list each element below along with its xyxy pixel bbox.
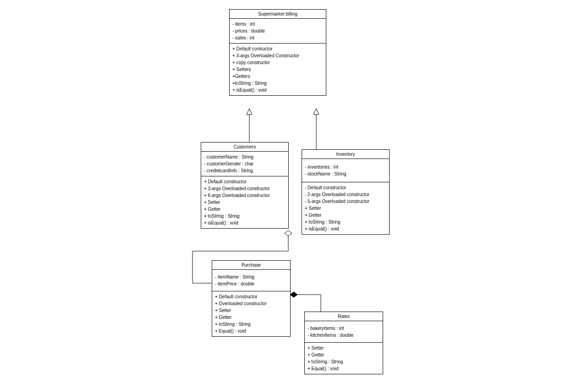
svg-marker-9 (290, 292, 297, 297)
svg-marker-4 (285, 230, 292, 236)
class-attributes: - bakeryItems : int - kitchenItems : dou… (305, 321, 383, 343)
class-op: + Setter (305, 205, 386, 212)
class-inventory: Inventory - inventories : int - stockNam… (302, 149, 390, 235)
generalization-arrow-icon (313, 109, 319, 149)
class-attr: - stockName : String (305, 170, 386, 177)
class-op: + toString : String (305, 219, 386, 225)
generalization-arrow-icon (247, 109, 252, 142)
class-op: - Default constructor (305, 184, 386, 191)
class-operations: + Default contructor + 3-args Overloaded… (230, 44, 326, 95)
class-attributes: - inventories : int - stockName : String (302, 159, 389, 182)
class-operations: - Default constructor - 2-args Overloade… (302, 182, 389, 234)
class-attr: - inventories : int (305, 164, 386, 170)
class-attr: - customerName : String (204, 153, 286, 160)
class-attributes: - itemName : String - itemPrice : double (212, 270, 290, 291)
class-attr: - kitchenItems : double (308, 332, 380, 339)
class-op: + Setter (308, 345, 380, 351)
class-supermarket-billing: Supermarket billing - items : int - pric… (229, 9, 326, 96)
class-op: + copy constructor (232, 59, 323, 66)
class-op: + Default contructor (232, 45, 323, 52)
class-op: + Getter (305, 212, 386, 219)
class-attributes: - customerName : String - customerGender… (201, 152, 288, 176)
class-op: + Default constructor (215, 293, 287, 300)
class-attr: - itemPrice : double (215, 280, 287, 287)
class-op: - 5-args Overloaded constructor (305, 198, 386, 205)
class-op: +Getters (232, 73, 323, 80)
class-attr: - items : int (232, 21, 323, 27)
class-op: + isEqual() : void (232, 87, 323, 93)
class-op: + 3-args Overloaded Constructor (232, 52, 323, 59)
class-purchase: Purchase - itemName : String - itemPrice… (212, 260, 291, 337)
class-op: + toString : String (204, 213, 286, 219)
svg-marker-3 (313, 109, 319, 115)
class-attributes: - items : int - prices : double - sales … (230, 19, 326, 44)
class-title: Rates (305, 312, 383, 321)
class-op: + isEqual() : void (204, 219, 286, 226)
class-op: + Equal() : void (308, 365, 380, 372)
class-title: Customers (201, 142, 288, 152)
class-title: Purchase (212, 261, 290, 270)
class-op: - 2-args Overloaded constructor (305, 191, 386, 198)
class-op: + 6-args Overloaded constructor (204, 192, 286, 199)
class-operations: + Setter + Getter + toString : String + … (305, 343, 383, 374)
class-op: + 3-args Overloaded constructor (204, 185, 286, 192)
class-op: + Setters (232, 66, 323, 73)
class-op: + Getter (308, 351, 380, 358)
class-rates: Rates - bakeryItems : int - kitchenItems… (304, 312, 383, 374)
class-operations: + Default constructor + Overloaded const… (212, 291, 290, 336)
class-op: + isEqual() : void (305, 225, 386, 232)
class-op: + toString : String (215, 321, 287, 328)
class-op: + Setter (215, 307, 287, 314)
composition-connector-icon (290, 292, 321, 312)
svg-marker-1 (247, 109, 252, 115)
class-op: + Getter (215, 314, 287, 321)
class-title: Supermarket billing (230, 10, 326, 19)
class-op: + Default constructor (204, 178, 286, 185)
class-customers: Customers - customerName : String - cust… (201, 142, 289, 229)
class-op: + Overloaded constructor (215, 300, 287, 307)
class-attr: - credietcardInfo : String (204, 167, 286, 174)
class-attr: - itemName : String (215, 274, 287, 280)
class-op: +toString : String (232, 80, 323, 87)
class-op: + Getter (204, 206, 286, 213)
class-op: + toString : String (308, 358, 380, 365)
class-attr: - prices : double (232, 27, 323, 34)
class-operations: + Default constructor + 3-args Overloade… (201, 176, 288, 228)
class-attr: - sales : int (232, 34, 323, 41)
class-op: + Equal() : void (215, 328, 287, 334)
class-attr: - bakeryItems : int (308, 325, 380, 332)
class-title: Inventory (302, 150, 389, 159)
class-attr: - customerGender : char (204, 160, 286, 167)
class-op: + Setter (204, 199, 286, 206)
